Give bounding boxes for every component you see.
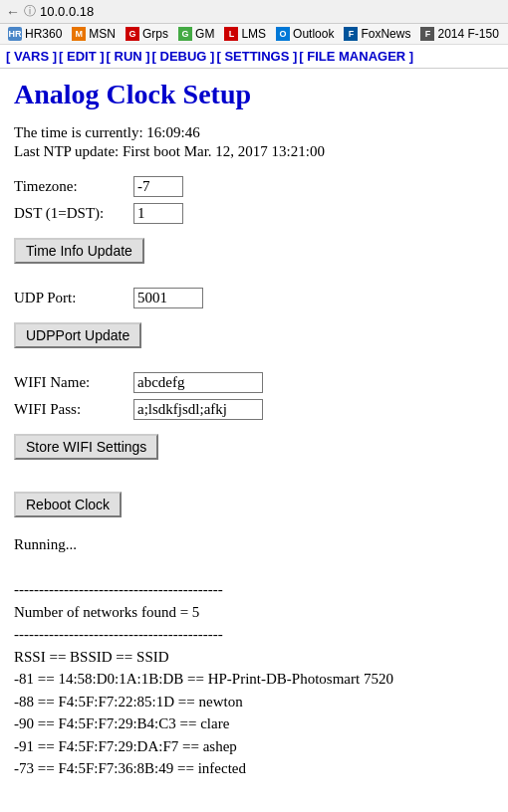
address-bar: ← ⓘ 10.0.0.18: [0, 0, 508, 24]
bookmark-label-foxnews: FoxNews: [361, 27, 410, 41]
bookmark-label-grps: Grps: [142, 27, 168, 41]
nav-edit[interactable]: [ EDIT ]: [59, 49, 105, 64]
wifi-name-input[interactable]: [133, 372, 263, 393]
bookmark-foxnews[interactable]: FFoxNews: [340, 26, 414, 42]
nav-debug[interactable]: [ DEBUG ]: [152, 49, 215, 64]
bookmark-label-gm: GM: [195, 27, 214, 41]
main-content: Analog Clock Setup The time is currently…: [0, 69, 508, 790]
foxnews-icon: F: [344, 27, 358, 41]
bookmark-label-msn: MSN: [89, 27, 116, 41]
nav-filemanager[interactable]: [ FILE MANAGER ]: [299, 49, 413, 64]
nav-run[interactable]: [ RUN ]: [107, 49, 150, 64]
udp-port-label: UDP Port:: [14, 290, 133, 306]
reboot-clock-button[interactable]: Reboot Clock: [14, 492, 122, 517]
bookmark-2014[interactable]: F2014 F-150: [416, 26, 502, 42]
bookmark-gm[interactable]: GGM: [174, 26, 218, 42]
wifi-section: WIFI Name: WIFI Pass: Store WIFI Setting…: [14, 372, 494, 468]
output-line: -73 == F4:5F:F7:36:8B:49 == infected: [14, 757, 494, 780]
time-info: The time is currently: 16:09:46: [14, 124, 494, 141]
bookmark-label-lms: LMS: [241, 27, 266, 41]
wifi-pass-label: WIFI Pass:: [14, 401, 133, 418]
bookmark-grps[interactable]: GGrps: [122, 26, 172, 42]
nav-menu: [ VARS ][ EDIT ][ RUN ][ DEBUG ][ SETTIN…: [0, 45, 508, 69]
gm-icon: G: [178, 27, 192, 41]
outlook-icon: O: [276, 27, 290, 41]
bookmark-msn[interactable]: MMSN: [68, 26, 120, 42]
page-title: Analog Clock Setup: [14, 79, 494, 110]
bookmark-lms[interactable]: LLMS: [220, 26, 270, 42]
timezone-label: Timezone:: [14, 178, 133, 195]
output-line: -88 == F4:5F:F7:22:85:1D == newton: [14, 691, 494, 713]
bookmark-outlook[interactable]: OOutlook: [272, 26, 338, 42]
wifi-name-label: WIFI Name:: [14, 374, 133, 391]
timezone-row: Timezone:: [14, 176, 494, 197]
output-line: -91 == F4:5F:F7:29:DA:F7 == ashep: [14, 735, 494, 758]
2014-icon: F: [420, 27, 434, 41]
ntp-info: Last NTP update: First boot Mar. 12, 201…: [14, 143, 494, 160]
udp-section: UDP Port: UDPPort Update: [14, 288, 494, 356]
timezone-section: Timezone: DST (1=DST): Time Info Update: [14, 176, 494, 272]
udp-port-row: UDP Port:: [14, 288, 494, 308]
store-wifi-button[interactable]: Store WIFI Settings: [14, 434, 158, 460]
bookmark-label-2014: 2014 F-150: [437, 27, 498, 41]
nav-vars[interactable]: [ VARS ]: [6, 49, 57, 64]
hr360-icon: HR: [8, 27, 22, 41]
dst-label: DST (1=DST):: [14, 205, 133, 222]
output-line: -90 == F4:5F:F7:29:B4:C3 == clare: [14, 712, 494, 735]
wifi-pass-row: WIFI Pass:: [14, 399, 494, 420]
back-button[interactable]: ←: [6, 4, 20, 20]
bookmark-label-hr360: HR360: [25, 27, 62, 41]
output-line: -81 == 14:58:D0:1A:1B:DB == HP-Print-DB-…: [14, 668, 494, 691]
output-line: ----------------------------------------…: [14, 578, 494, 601]
lms-icon: L: [224, 27, 238, 41]
output-line: [14, 556, 494, 579]
grps-icon: G: [126, 27, 139, 41]
output-line: Running...: [14, 533, 494, 556]
wifi-name-row: WIFI Name:: [14, 372, 494, 393]
timezone-input[interactable]: [133, 176, 183, 197]
udp-port-input[interactable]: [133, 288, 203, 308]
output-area: Running... -----------------------------…: [14, 533, 494, 780]
bookmark-label-outlook: Outlook: [293, 27, 334, 41]
output-line: ----------------------------------------…: [14, 623, 494, 646]
time-info-update-button[interactable]: Time Info Update: [14, 238, 144, 264]
output-line: RSSI == BSSID == SSID: [14, 646, 494, 669]
dst-input[interactable]: [133, 203, 183, 224]
udp-port-update-button[interactable]: UDPPort Update: [14, 322, 141, 348]
url-display[interactable]: 10.0.0.18: [40, 4, 94, 19]
nav-settings[interactable]: [ SETTINGS ]: [216, 49, 297, 64]
info-icon: ⓘ: [24, 3, 36, 20]
output-line: Number of networks found = 5: [14, 601, 494, 624]
msn-icon: M: [72, 27, 86, 41]
bookmark-hr360[interactable]: HRHR360: [4, 26, 66, 42]
reboot-section: Reboot Clock: [14, 484, 494, 525]
wifi-pass-input[interactable]: [133, 399, 263, 420]
dst-row: DST (1=DST):: [14, 203, 494, 224]
bookmarks-bar: HRHR360MMSNGGrpsGGMLLMSOOutlookFFoxNewsF…: [0, 24, 508, 45]
